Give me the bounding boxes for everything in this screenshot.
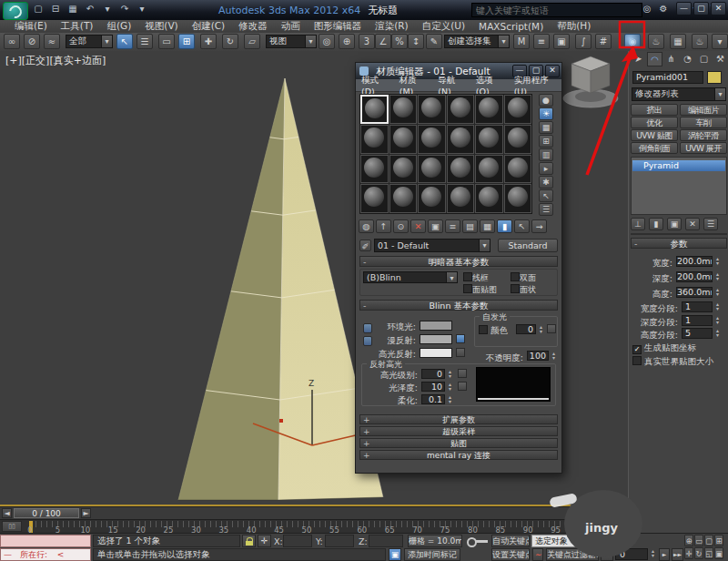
select-by-material-icon[interactable]: ↖ [539, 189, 553, 202]
material-slot[interactable] [447, 155, 475, 184]
diffuse-map-button[interactable] [456, 334, 465, 343]
set-key-button[interactable]: 设置关键点 [491, 548, 530, 561]
width-segs-spinner[interactable]: ▴▾ [713, 301, 722, 311]
real-world-map-checkbox[interactable] [632, 356, 642, 365]
sample-type-icon[interactable]: ● [539, 94, 553, 107]
zoom-extents-icon[interactable]: ▢ [704, 535, 713, 546]
pin-stack-icon[interactable]: ⊥ [631, 218, 645, 230]
height-field[interactable]: 360.0mm [676, 287, 713, 298]
depth-segs-spinner[interactable]: ▴▾ [713, 315, 722, 324]
width-field[interactable]: 200.0mm [676, 256, 713, 267]
shader-checkbox-row[interactable]: 面状 [511, 284, 536, 296]
coord-x-field[interactable] [283, 535, 312, 547]
material-type-button[interactable]: Standard [498, 239, 558, 252]
render-production-icon[interactable]: ♨ [692, 34, 708, 49]
prev-frame-button[interactable]: ◄ [2, 508, 12, 518]
backlight-icon[interactable]: ☀ [539, 107, 553, 120]
selection-filter-dropdown[interactable]: 全部▾ [66, 35, 113, 48]
schematic-view-icon[interactable]: # [595, 34, 612, 49]
blinn-rollout-header[interactable]: - Blinn 基本参数 [359, 300, 558, 311]
collapsed-rollout[interactable]: +扩展参数 [359, 414, 558, 424]
collapsed-rollout[interactable]: +超级采样 [359, 426, 558, 436]
chevron-down-icon[interactable]: ▾ [479, 240, 490, 251]
material-editor-icon[interactable]: ◉ [624, 34, 641, 49]
make-material-copy-icon[interactable]: ▣ [428, 219, 443, 233]
coord-z-field[interactable] [369, 535, 403, 547]
walk-through-icon[interactable]: ▣ [714, 547, 723, 559]
specular-level-map-button[interactable] [458, 369, 467, 378]
show-map-in-viewport-icon[interactable]: ▦ [480, 219, 495, 233]
glossiness-field[interactable]: 10 [421, 382, 445, 392]
material-slot[interactable] [475, 184, 503, 213]
self-illum-color-checkbox[interactable] [479, 325, 488, 334]
material-slot[interactable] [504, 155, 532, 184]
material-slot[interactable] [360, 125, 389, 154]
chevron-down-icon[interactable]: ▾ [101, 36, 112, 47]
object-name-field[interactable]: Pyramid001 [632, 71, 703, 84]
material-slot[interactable] [475, 125, 503, 154]
me-menu-item-3[interactable]: 选项(O) [476, 75, 507, 97]
shader-checkbox[interactable] [511, 272, 520, 281]
field-of-view-icon[interactable]: ⊞ [714, 535, 723, 546]
percent-snap-toggle-icon[interactable]: % [391, 34, 408, 49]
save-file-icon[interactable]: ▦ [66, 2, 80, 16]
orbit-icon[interactable]: ↻ [694, 547, 703, 559]
close-button[interactable]: ✕ [711, 2, 726, 15]
go-to-parent-icon[interactable]: ↖ [514, 219, 530, 233]
menu-item-2[interactable]: 组(G) [106, 20, 131, 33]
time-slider-handle[interactable]: 0 / 100 [14, 508, 79, 518]
material-slot[interactable] [418, 184, 446, 213]
sample-uv-tiling-icon[interactable]: ⊞ [539, 135, 553, 148]
material-slot[interactable] [447, 95, 475, 124]
subscription-wrench-icon[interactable]: ⚙ [657, 3, 670, 15]
menu-item-8[interactable]: 渲染(R) [375, 20, 409, 33]
unlink-selection-icon[interactable]: ⊘ [24, 34, 40, 49]
maximize-button[interactable]: ▢ [693, 2, 709, 15]
material-slot[interactable] [418, 95, 446, 124]
modifier-list-dropdown[interactable]: 修改器列表 ▾ [632, 87, 726, 101]
material-slot[interactable] [504, 125, 532, 154]
shader-checkbox[interactable] [511, 284, 520, 293]
self-illum-spinner[interactable]: ▴▾ [537, 324, 545, 333]
shader-type-dropdown[interactable]: (B)Blinn ▾ [363, 271, 458, 283]
menu-item-3[interactable]: 视图(V) [145, 20, 177, 33]
next-frame-button[interactable]: ► [81, 508, 91, 518]
tab-motion-icon[interactable]: ◔ [680, 52, 695, 66]
absolute-mode-icon[interactable]: ✛ [258, 535, 271, 547]
undo-icon[interactable]: ↶ [83, 2, 97, 16]
select-by-name-icon[interactable]: ☰ [136, 34, 153, 49]
specular-level-spinner[interactable]: ▴▾ [446, 369, 454, 378]
maximize-viewport-icon[interactable]: ◱ [704, 547, 713, 559]
chevron-down-icon[interactable]: ▾ [498, 36, 509, 47]
self-illum-map-button[interactable] [547, 324, 556, 333]
collapsed-rollout[interactable]: +贴图 [359, 438, 558, 448]
new-key-curve-icon[interactable]: ~ [532, 548, 543, 561]
view-cube[interactable] [551, 51, 630, 111]
minimize-button[interactable]: — [676, 2, 692, 15]
next-frame-icon[interactable]: ► [659, 548, 670, 561]
real-world-map-row[interactable]: 真实世界贴图大小 [632, 356, 713, 368]
make-preview-icon[interactable]: ▸ [539, 162, 553, 175]
shader-checkbox[interactable] [463, 284, 472, 293]
modifier-button[interactable]: 车削 [680, 117, 727, 128]
pan-icon[interactable]: ✛ [684, 547, 693, 559]
material-slot[interactable] [389, 125, 418, 154]
search-icon[interactable]: ◎ [641, 3, 653, 15]
put-material-to-scene-icon[interactable]: ↑ [376, 219, 391, 233]
me-menu-item-1[interactable]: 材质(M) [399, 75, 431, 97]
angle-snap-toggle-icon[interactable]: ∠ [375, 34, 391, 49]
material-slot[interactable] [360, 95, 389, 124]
shader-rollout-header[interactable]: - 明暗器基本参数 [359, 256, 558, 267]
height-spinner[interactable]: ▴▾ [713, 287, 722, 296]
tab-utilities-icon[interactable]: ⚒ [713, 52, 728, 66]
depth-field[interactable]: 200.0mm [676, 271, 713, 282]
video-color-check-icon[interactable]: ▥ [539, 148, 553, 161]
align-icon[interactable]: ≡ [533, 34, 550, 49]
spinner-snap-toggle-icon[interactable]: ↕ [408, 34, 424, 49]
stack-item-pyramid[interactable]: Pyramid [632, 160, 725, 171]
tab-hierarchy-icon[interactable]: ⋔ [663, 52, 679, 66]
tab-display-icon[interactable]: ▢ [696, 52, 712, 66]
width-segs-field[interactable]: 1 [682, 301, 713, 312]
material-id-channel-icon[interactable]: ▤ [462, 219, 478, 233]
material-slot[interactable] [418, 155, 446, 184]
